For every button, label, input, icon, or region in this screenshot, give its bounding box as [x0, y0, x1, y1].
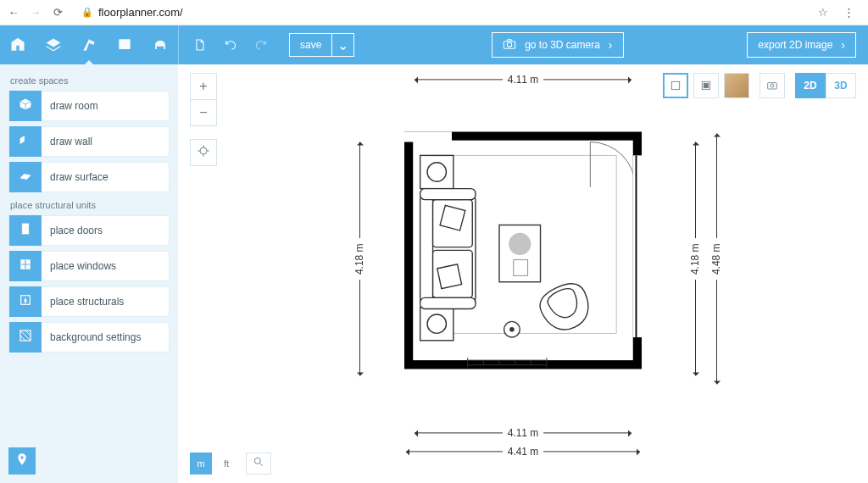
right-button-label: export 2D image — [758, 39, 832, 51]
svg-rect-0 — [119, 39, 130, 49]
camera-icon — [503, 38, 516, 53]
svg-rect-26 — [420, 189, 476, 200]
crosshair-icon — [197, 144, 210, 161]
cube-icon — [18, 97, 33, 115]
sidebar-item-label: draw surface — [42, 171, 108, 183]
sidebar-item-draw-surface[interactable]: draw surface — [8, 162, 170, 192]
go-to-3d-camera-button[interactable]: go to 3D camera › — [492, 32, 623, 58]
wall-icon — [18, 132, 33, 151]
dim-height-right-outer: 4.48 m — [710, 238, 722, 280]
svg-point-15 — [254, 458, 260, 464]
svg-point-4 — [26, 228, 28, 230]
svg-rect-10 — [671, 81, 679, 89]
sidebar-item-place-windows[interactable]: place windows — [8, 251, 170, 281]
fireplace-icon — [18, 292, 33, 311]
chevron-right-icon: › — [841, 38, 845, 52]
dim-width-bottom-inner: 4.11 m — [503, 427, 544, 439]
view-camera[interactable] — [760, 73, 785, 98]
forward-icon[interactable]: → — [29, 6, 42, 19]
svg-rect-23 — [420, 195, 433, 303]
recenter-button[interactable] — [190, 139, 217, 166]
save-button-group: save ⌄ — [289, 33, 354, 57]
magnifier-icon — [253, 456, 264, 471]
unit-row: m ft — [190, 452, 271, 475]
svg-rect-27 — [420, 297, 476, 308]
svg-rect-28 — [440, 205, 465, 230]
sidebar-section-create: create spaces — [10, 75, 168, 86]
dim-height-left: 4.18 m — [353, 238, 365, 280]
sidebar-item-label: place structurals — [42, 296, 124, 308]
door-icon — [18, 221, 33, 240]
tool-notes[interactable] — [107, 25, 142, 64]
sidebar-item-place-doors[interactable]: place doors — [8, 215, 170, 246]
view-controls: 2D 3D — [663, 73, 856, 98]
save-dropdown[interactable]: ⌄ — [331, 34, 353, 56]
center-button-label: go to 3D camera — [525, 39, 600, 51]
svg-point-34 — [509, 327, 515, 332]
new-doc-icon[interactable] — [192, 37, 208, 53]
bookmark-icon[interactable]: ☆ — [818, 6, 828, 19]
plus-icon: + — [199, 79, 207, 94]
address-bar[interactable]: 🔒 floorplanner.com/ — [73, 3, 810, 23]
pin-icon — [15, 452, 29, 469]
sidebar-item-draw-room[interactable]: draw room — [8, 91, 170, 121]
sidebar: create spaces draw room draw wall draw s… — [0, 64, 178, 483]
tool-layers[interactable] — [36, 25, 71, 64]
app-toolbar: save ⌄ go to 3D camera › export 2D image… — [0, 25, 868, 64]
sidebar-item-draw-wall[interactable]: draw wall — [8, 126, 170, 157]
view-style-3[interactable] — [724, 73, 749, 98]
magnifier-button[interactable] — [246, 452, 271, 475]
dim-height-right-inner: 4.18 m — [689, 238, 701, 280]
svg-rect-45 — [404, 131, 452, 142]
background-icon — [18, 328, 33, 347]
svg-point-2 — [507, 42, 511, 47]
unit-feet[interactable]: ft — [215, 452, 237, 475]
surface-icon — [18, 168, 33, 186]
redo-icon[interactable] — [253, 37, 269, 53]
tool-home[interactable] — [0, 25, 36, 64]
room-svg — [404, 131, 642, 369]
lock-icon: 🔒 — [81, 7, 93, 18]
dim-width-bottom-outer: 4.41 m — [503, 446, 544, 458]
url-text: floorplanner.com/ — [98, 6, 183, 19]
svg-rect-29 — [437, 264, 462, 289]
tab-3d[interactable]: 3D — [826, 73, 856, 98]
svg-rect-12 — [704, 83, 708, 87]
save-button[interactable]: save — [290, 34, 331, 56]
minus-icon: − — [199, 105, 207, 120]
sidebar-item-label: draw room — [42, 100, 98, 112]
undo-icon[interactable] — [223, 37, 238, 53]
svg-point-8 — [20, 456, 23, 458]
window-icon — [18, 257, 33, 275]
tool-build[interactable] — [71, 25, 107, 64]
zoom-in-button[interactable]: + — [190, 73, 217, 100]
sidebar-item-label: draw wall — [42, 136, 92, 147]
svg-rect-18 — [420, 155, 453, 188]
back-icon[interactable]: ← — [7, 6, 20, 19]
dim-width-top: 4.11 m — [503, 74, 544, 86]
view-style-2[interactable] — [693, 73, 719, 98]
sidebar-item-label: background settings — [42, 331, 141, 343]
reload-icon[interactable]: ⟳ — [51, 6, 64, 19]
svg-point-31 — [509, 233, 531, 255]
sidebar-item-label: place windows — [42, 260, 116, 272]
unit-meters[interactable]: m — [190, 452, 212, 475]
sidebar-item-place-structurals[interactable]: place structurals — [8, 286, 170, 317]
browser-chrome: ← → ⟳ 🔒 floorplanner.com/ ☆ ⋮ — [0, 0, 868, 25]
floor-plan[interactable]: 4.11 m 4.18 m 4.18 m 4.48 m 4.11 m — [370, 106, 676, 428]
tab-2d[interactable]: 2D — [795, 73, 826, 98]
menu-icon[interactable]: ⋮ — [843, 6, 854, 19]
export-2d-image-button[interactable]: export 2D image › — [747, 32, 856, 58]
svg-point-14 — [771, 84, 774, 87]
zoom-out-button[interactable]: − — [190, 99, 217, 126]
svg-rect-20 — [420, 308, 453, 341]
view-style-1[interactable] — [663, 73, 688, 98]
location-button[interactable] — [8, 447, 36, 475]
canvas-area[interactable]: + − 2D 3D m ft 4.11 m — [178, 64, 868, 483]
sidebar-section-structural: place structural units — [10, 200, 168, 210]
sidebar-item-label: place doors — [42, 225, 103, 236]
svg-rect-43 — [633, 155, 642, 337]
chevron-down-icon: ⌄ — [337, 37, 348, 53]
tool-furniture[interactable] — [142, 25, 178, 64]
sidebar-item-background-settings[interactable]: background settings — [8, 322, 170, 353]
